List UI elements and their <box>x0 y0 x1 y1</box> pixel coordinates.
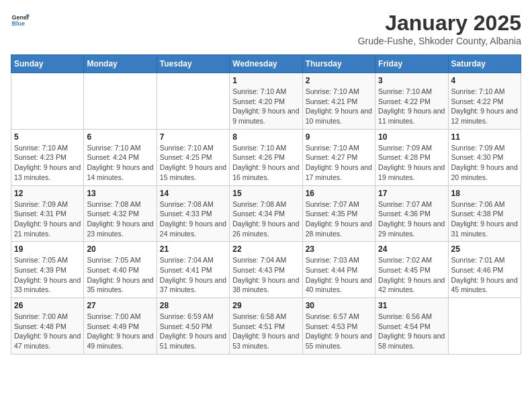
calendar-cell: 25Sunrise: 7:01 AMSunset: 4:46 PMDayligh… <box>448 242 521 298</box>
calendar-subtitle: Grude-Fushe, Shkoder County, Albania <box>358 36 521 46</box>
calendar-cell: 1Sunrise: 7:10 AMSunset: 4:20 PMDaylight… <box>230 73 302 130</box>
day-number: 7 <box>160 132 226 142</box>
weekday-header-sunday: Sunday <box>11 55 84 73</box>
svg-text:Blue: Blue <box>11 20 25 27</box>
day-number: 17 <box>378 189 445 198</box>
weekday-header-friday: Friday <box>375 55 448 73</box>
day-number: 19 <box>14 244 81 254</box>
calendar-cell: 15Sunrise: 7:08 AMSunset: 4:34 PMDayligh… <box>230 185 302 242</box>
day-info: Sunrise: 7:10 AMSunset: 4:22 PMDaylight:… <box>378 87 445 126</box>
day-info: Sunrise: 7:05 AMSunset: 4:40 PMDaylight:… <box>87 255 153 295</box>
day-info: Sunrise: 7:01 AMSunset: 4:46 PMDaylight:… <box>451 255 518 295</box>
calendar-cell: 23Sunrise: 7:03 AMSunset: 4:44 PMDayligh… <box>302 242 375 298</box>
day-info: Sunrise: 7:08 AMSunset: 4:34 PMDaylight:… <box>232 199 299 239</box>
title-block: January 2025 Grude-Fushe, Shkoder County… <box>358 11 521 46</box>
calendar-cell: 6Sunrise: 7:10 AMSunset: 4:24 PMDaylight… <box>84 129 157 185</box>
day-number: 22 <box>232 244 299 254</box>
day-number: 29 <box>232 301 299 310</box>
calendar-week-2: 5Sunrise: 7:10 AMSunset: 4:23 PMDaylight… <box>11 129 521 185</box>
day-info: Sunrise: 7:00 AMSunset: 4:48 PMDaylight:… <box>14 312 81 351</box>
day-info: Sunrise: 7:10 AMSunset: 4:22 PMDaylight:… <box>451 87 518 126</box>
day-info: Sunrise: 7:10 AMSunset: 4:23 PMDaylight:… <box>14 143 81 183</box>
day-info: Sunrise: 7:00 AMSunset: 4:49 PMDaylight:… <box>87 312 153 351</box>
day-info: Sunrise: 6:59 AMSunset: 4:50 PMDaylight:… <box>160 312 226 351</box>
day-number: 6 <box>87 132 153 142</box>
logo-icon: General Blue <box>11 11 30 30</box>
calendar-week-4: 19Sunrise: 7:05 AMSunset: 4:39 PMDayligh… <box>11 242 521 298</box>
day-info: Sunrise: 6:56 AMSunset: 4:54 PMDaylight:… <box>378 312 445 351</box>
calendar-table: SundayMondayTuesdayWednesdayThursdayFrid… <box>11 54 521 355</box>
day-info: Sunrise: 7:06 AMSunset: 4:38 PMDaylight:… <box>451 199 518 239</box>
calendar-cell: 16Sunrise: 7:07 AMSunset: 4:35 PMDayligh… <box>302 185 375 242</box>
day-number: 11 <box>451 132 518 142</box>
calendar-cell: 14Sunrise: 7:08 AMSunset: 4:33 PMDayligh… <box>157 185 229 242</box>
day-info: Sunrise: 7:04 AMSunset: 4:43 PMDaylight:… <box>232 255 299 295</box>
day-number: 16 <box>306 189 372 198</box>
day-info: Sunrise: 7:10 AMSunset: 4:26 PMDaylight:… <box>232 143 299 183</box>
calendar-cell: 20Sunrise: 7:05 AMSunset: 4:40 PMDayligh… <box>84 242 157 298</box>
calendar-header: SundayMondayTuesdayWednesdayThursdayFrid… <box>11 55 521 73</box>
calendar-cell <box>448 298 521 355</box>
calendar-cell: 9Sunrise: 7:10 AMSunset: 4:27 PMDaylight… <box>302 129 375 185</box>
calendar-cell: 4Sunrise: 7:10 AMSunset: 4:22 PMDaylight… <box>448 73 521 130</box>
calendar-cell: 30Sunrise: 6:57 AMSunset: 4:53 PMDayligh… <box>302 298 375 355</box>
day-number: 24 <box>378 244 445 254</box>
day-number: 26 <box>14 301 81 310</box>
calendar-cell <box>11 73 84 130</box>
calendar-cell: 27Sunrise: 7:00 AMSunset: 4:49 PMDayligh… <box>84 298 157 355</box>
calendar-cell: 26Sunrise: 7:00 AMSunset: 4:48 PMDayligh… <box>11 298 84 355</box>
day-info: Sunrise: 7:07 AMSunset: 4:36 PMDaylight:… <box>378 199 445 239</box>
day-info: Sunrise: 7:04 AMSunset: 4:41 PMDaylight:… <box>160 255 226 295</box>
day-info: Sunrise: 7:10 AMSunset: 4:24 PMDaylight:… <box>87 143 153 183</box>
day-info: Sunrise: 7:08 AMSunset: 4:33 PMDaylight:… <box>160 199 226 239</box>
day-number: 31 <box>378 301 445 310</box>
calendar-cell: 11Sunrise: 7:09 AMSunset: 4:30 PMDayligh… <box>448 129 521 185</box>
day-info: Sunrise: 7:10 AMSunset: 4:21 PMDaylight:… <box>306 87 372 126</box>
calendar-cell: 24Sunrise: 7:02 AMSunset: 4:45 PMDayligh… <box>375 242 448 298</box>
day-number: 10 <box>378 132 445 142</box>
day-number: 20 <box>87 244 153 254</box>
calendar-week-3: 12Sunrise: 7:09 AMSunset: 4:31 PMDayligh… <box>11 185 521 242</box>
calendar-cell: 29Sunrise: 6:58 AMSunset: 4:51 PMDayligh… <box>230 298 302 355</box>
weekday-header-tuesday: Tuesday <box>157 55 229 73</box>
day-info: Sunrise: 7:03 AMSunset: 4:44 PMDaylight:… <box>306 255 372 295</box>
day-number: 9 <box>306 132 372 142</box>
day-info: Sunrise: 7:02 AMSunset: 4:45 PMDaylight:… <box>378 255 445 295</box>
calendar-cell: 2Sunrise: 7:10 AMSunset: 4:21 PMDaylight… <box>302 73 375 130</box>
calendar-cell: 13Sunrise: 7:08 AMSunset: 4:32 PMDayligh… <box>84 185 157 242</box>
day-info: Sunrise: 7:07 AMSunset: 4:35 PMDaylight:… <box>306 199 372 239</box>
day-number: 8 <box>232 132 299 142</box>
calendar-cell: 3Sunrise: 7:10 AMSunset: 4:22 PMDaylight… <box>375 73 448 130</box>
logo: General Blue <box>11 11 30 30</box>
day-number: 13 <box>87 189 153 198</box>
calendar-cell: 22Sunrise: 7:04 AMSunset: 4:43 PMDayligh… <box>230 242 302 298</box>
calendar-cell <box>157 73 229 130</box>
weekday-header-thursday: Thursday <box>302 55 375 73</box>
calendar-cell: 10Sunrise: 7:09 AMSunset: 4:28 PMDayligh… <box>375 129 448 185</box>
day-number: 18 <box>451 189 518 198</box>
page-header: General Blue January 2025 Grude-Fushe, S… <box>11 11 521 46</box>
day-number: 25 <box>451 244 518 254</box>
day-number: 2 <box>306 76 372 85</box>
weekday-header-wednesday: Wednesday <box>230 55 302 73</box>
calendar-body: 1Sunrise: 7:10 AMSunset: 4:20 PMDaylight… <box>11 73 521 355</box>
day-number: 14 <box>160 189 226 198</box>
day-info: Sunrise: 7:10 AMSunset: 4:25 PMDaylight:… <box>160 143 226 183</box>
calendar-week-1: 1Sunrise: 7:10 AMSunset: 4:20 PMDaylight… <box>11 73 521 130</box>
calendar-cell: 31Sunrise: 6:56 AMSunset: 4:54 PMDayligh… <box>375 298 448 355</box>
day-info: Sunrise: 7:09 AMSunset: 4:31 PMDaylight:… <box>14 199 81 239</box>
calendar-cell: 7Sunrise: 7:10 AMSunset: 4:25 PMDaylight… <box>157 129 229 185</box>
day-number: 15 <box>232 189 299 198</box>
day-number: 21 <box>160 244 226 254</box>
day-number: 28 <box>160 301 226 310</box>
day-info: Sunrise: 6:57 AMSunset: 4:53 PMDaylight:… <box>306 312 372 351</box>
calendar-week-5: 26Sunrise: 7:00 AMSunset: 4:48 PMDayligh… <box>11 298 521 355</box>
day-number: 5 <box>14 132 81 142</box>
calendar-cell: 8Sunrise: 7:10 AMSunset: 4:26 PMDaylight… <box>230 129 302 185</box>
day-info: Sunrise: 7:10 AMSunset: 4:20 PMDaylight:… <box>232 87 299 126</box>
day-number: 3 <box>378 76 445 85</box>
day-info: Sunrise: 6:58 AMSunset: 4:51 PMDaylight:… <box>232 312 299 351</box>
calendar-cell: 19Sunrise: 7:05 AMSunset: 4:39 PMDayligh… <box>11 242 84 298</box>
calendar-cell: 28Sunrise: 6:59 AMSunset: 4:50 PMDayligh… <box>157 298 229 355</box>
calendar-title: January 2025 <box>358 11 521 36</box>
